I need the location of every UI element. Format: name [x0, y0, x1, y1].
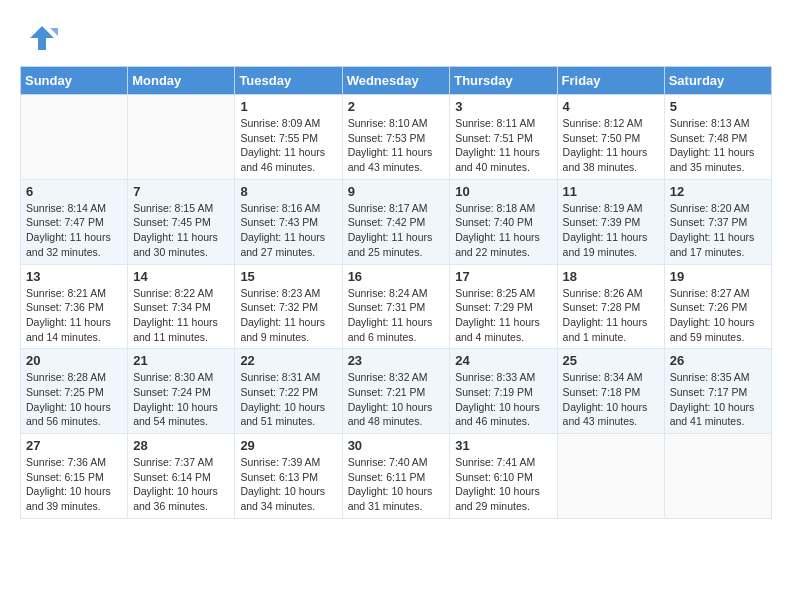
day-info: Sunrise: 8:33 AM Sunset: 7:19 PM Dayligh… [455, 370, 551, 429]
day-number: 7 [133, 184, 229, 199]
day-number: 18 [563, 269, 659, 284]
day-info: Sunrise: 8:20 AM Sunset: 7:37 PM Dayligh… [670, 201, 766, 260]
calendar-cell: 3Sunrise: 8:11 AM Sunset: 7:51 PM Daylig… [450, 95, 557, 180]
calendar-week-row: 1Sunrise: 8:09 AM Sunset: 7:55 PM Daylig… [21, 95, 772, 180]
day-number: 21 [133, 353, 229, 368]
calendar-cell: 17Sunrise: 8:25 AM Sunset: 7:29 PM Dayli… [450, 264, 557, 349]
day-info: Sunrise: 8:19 AM Sunset: 7:39 PM Dayligh… [563, 201, 659, 260]
calendar-cell: 12Sunrise: 8:20 AM Sunset: 7:37 PM Dayli… [664, 179, 771, 264]
day-number: 29 [240, 438, 336, 453]
weekday-header-cell: Tuesday [235, 67, 342, 95]
day-number: 11 [563, 184, 659, 199]
calendar-cell: 28Sunrise: 7:37 AM Sunset: 6:14 PM Dayli… [128, 434, 235, 519]
calendar-cell: 10Sunrise: 8:18 AM Sunset: 7:40 PM Dayli… [450, 179, 557, 264]
calendar-cell: 27Sunrise: 7:36 AM Sunset: 6:15 PM Dayli… [21, 434, 128, 519]
weekday-header-row: SundayMondayTuesdayWednesdayThursdayFrid… [21, 67, 772, 95]
day-number: 1 [240, 99, 336, 114]
day-info: Sunrise: 8:09 AM Sunset: 7:55 PM Dayligh… [240, 116, 336, 175]
calendar-cell: 21Sunrise: 8:30 AM Sunset: 7:24 PM Dayli… [128, 349, 235, 434]
day-info: Sunrise: 8:15 AM Sunset: 7:45 PM Dayligh… [133, 201, 229, 260]
calendar-cell: 22Sunrise: 8:31 AM Sunset: 7:22 PM Dayli… [235, 349, 342, 434]
calendar-cell: 19Sunrise: 8:27 AM Sunset: 7:26 PM Dayli… [664, 264, 771, 349]
day-info: Sunrise: 8:14 AM Sunset: 7:47 PM Dayligh… [26, 201, 122, 260]
calendar-cell: 29Sunrise: 7:39 AM Sunset: 6:13 PM Dayli… [235, 434, 342, 519]
calendar-cell [128, 95, 235, 180]
day-number: 19 [670, 269, 766, 284]
day-info: Sunrise: 8:31 AM Sunset: 7:22 PM Dayligh… [240, 370, 336, 429]
calendar-week-row: 27Sunrise: 7:36 AM Sunset: 6:15 PM Dayli… [21, 434, 772, 519]
day-number: 16 [348, 269, 445, 284]
day-info: Sunrise: 8:24 AM Sunset: 7:31 PM Dayligh… [348, 286, 445, 345]
calendar-cell: 18Sunrise: 8:26 AM Sunset: 7:28 PM Dayli… [557, 264, 664, 349]
calendar-week-row: 6Sunrise: 8:14 AM Sunset: 7:47 PM Daylig… [21, 179, 772, 264]
calendar-table: SundayMondayTuesdayWednesdayThursdayFrid… [20, 66, 772, 519]
calendar-cell: 30Sunrise: 7:40 AM Sunset: 6:11 PM Dayli… [342, 434, 450, 519]
day-number: 17 [455, 269, 551, 284]
day-number: 22 [240, 353, 336, 368]
day-info: Sunrise: 8:23 AM Sunset: 7:32 PM Dayligh… [240, 286, 336, 345]
calendar-cell: 11Sunrise: 8:19 AM Sunset: 7:39 PM Dayli… [557, 179, 664, 264]
day-number: 26 [670, 353, 766, 368]
day-info: Sunrise: 8:35 AM Sunset: 7:17 PM Dayligh… [670, 370, 766, 429]
svg-marker-0 [30, 26, 54, 50]
calendar-cell: 6Sunrise: 8:14 AM Sunset: 7:47 PM Daylig… [21, 179, 128, 264]
calendar-cell: 15Sunrise: 8:23 AM Sunset: 7:32 PM Dayli… [235, 264, 342, 349]
day-info: Sunrise: 7:41 AM Sunset: 6:10 PM Dayligh… [455, 455, 551, 514]
calendar-cell: 7Sunrise: 8:15 AM Sunset: 7:45 PM Daylig… [128, 179, 235, 264]
day-number: 15 [240, 269, 336, 284]
calendar-cell: 2Sunrise: 8:10 AM Sunset: 7:53 PM Daylig… [342, 95, 450, 180]
day-number: 23 [348, 353, 445, 368]
calendar-week-row: 20Sunrise: 8:28 AM Sunset: 7:25 PM Dayli… [21, 349, 772, 434]
day-number: 30 [348, 438, 445, 453]
day-number: 6 [26, 184, 122, 199]
day-info: Sunrise: 7:37 AM Sunset: 6:14 PM Dayligh… [133, 455, 229, 514]
day-number: 10 [455, 184, 551, 199]
day-info: Sunrise: 8:22 AM Sunset: 7:34 PM Dayligh… [133, 286, 229, 345]
calendar-cell: 26Sunrise: 8:35 AM Sunset: 7:17 PM Dayli… [664, 349, 771, 434]
day-number: 27 [26, 438, 122, 453]
weekday-header-cell: Friday [557, 67, 664, 95]
day-number: 8 [240, 184, 336, 199]
day-info: Sunrise: 8:28 AM Sunset: 7:25 PM Dayligh… [26, 370, 122, 429]
weekday-header-cell: Monday [128, 67, 235, 95]
day-number: 4 [563, 99, 659, 114]
day-info: Sunrise: 8:27 AM Sunset: 7:26 PM Dayligh… [670, 286, 766, 345]
day-info: Sunrise: 8:11 AM Sunset: 7:51 PM Dayligh… [455, 116, 551, 175]
calendar-cell: 8Sunrise: 8:16 AM Sunset: 7:43 PM Daylig… [235, 179, 342, 264]
calendar-cell: 25Sunrise: 8:34 AM Sunset: 7:18 PM Dayli… [557, 349, 664, 434]
calendar-cell: 9Sunrise: 8:17 AM Sunset: 7:42 PM Daylig… [342, 179, 450, 264]
day-number: 25 [563, 353, 659, 368]
day-info: Sunrise: 8:12 AM Sunset: 7:50 PM Dayligh… [563, 116, 659, 175]
calendar-week-row: 13Sunrise: 8:21 AM Sunset: 7:36 PM Dayli… [21, 264, 772, 349]
calendar-cell: 1Sunrise: 8:09 AM Sunset: 7:55 PM Daylig… [235, 95, 342, 180]
day-info: Sunrise: 8:26 AM Sunset: 7:28 PM Dayligh… [563, 286, 659, 345]
weekday-header-cell: Saturday [664, 67, 771, 95]
day-number: 20 [26, 353, 122, 368]
day-info: Sunrise: 8:21 AM Sunset: 7:36 PM Dayligh… [26, 286, 122, 345]
calendar-cell [557, 434, 664, 519]
day-number: 31 [455, 438, 551, 453]
calendar-cell: 13Sunrise: 8:21 AM Sunset: 7:36 PM Dayli… [21, 264, 128, 349]
day-info: Sunrise: 7:40 AM Sunset: 6:11 PM Dayligh… [348, 455, 445, 514]
calendar-body: 1Sunrise: 8:09 AM Sunset: 7:55 PM Daylig… [21, 95, 772, 519]
calendar-cell: 16Sunrise: 8:24 AM Sunset: 7:31 PM Dayli… [342, 264, 450, 349]
day-number: 14 [133, 269, 229, 284]
calendar-cell: 23Sunrise: 8:32 AM Sunset: 7:21 PM Dayli… [342, 349, 450, 434]
calendar-cell: 14Sunrise: 8:22 AM Sunset: 7:34 PM Dayli… [128, 264, 235, 349]
logo [20, 20, 60, 56]
logo-icon [24, 20, 60, 56]
day-info: Sunrise: 8:13 AM Sunset: 7:48 PM Dayligh… [670, 116, 766, 175]
weekday-header-cell: Thursday [450, 67, 557, 95]
day-number: 28 [133, 438, 229, 453]
calendar-cell: 4Sunrise: 8:12 AM Sunset: 7:50 PM Daylig… [557, 95, 664, 180]
day-number: 5 [670, 99, 766, 114]
day-info: Sunrise: 8:17 AM Sunset: 7:42 PM Dayligh… [348, 201, 445, 260]
day-number: 13 [26, 269, 122, 284]
page-header [20, 20, 772, 56]
day-info: Sunrise: 8:16 AM Sunset: 7:43 PM Dayligh… [240, 201, 336, 260]
day-number: 9 [348, 184, 445, 199]
calendar-cell: 5Sunrise: 8:13 AM Sunset: 7:48 PM Daylig… [664, 95, 771, 180]
day-info: Sunrise: 8:32 AM Sunset: 7:21 PM Dayligh… [348, 370, 445, 429]
day-info: Sunrise: 7:39 AM Sunset: 6:13 PM Dayligh… [240, 455, 336, 514]
day-number: 3 [455, 99, 551, 114]
